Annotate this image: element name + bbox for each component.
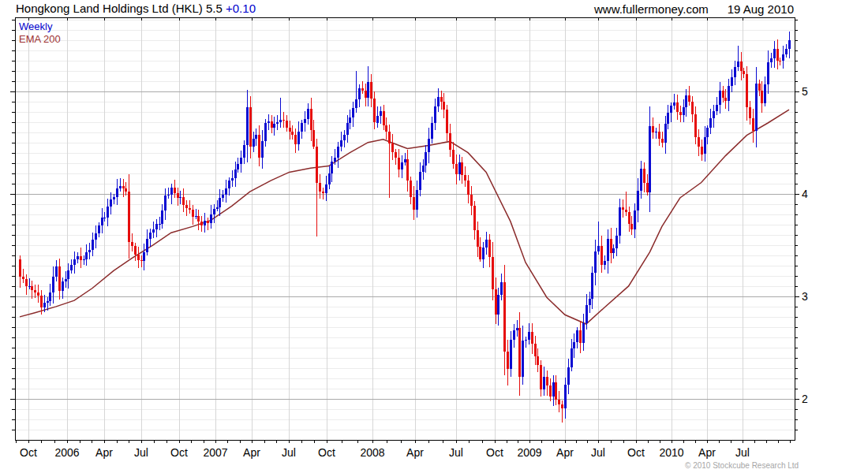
- plot-border: [16, 18, 795, 441]
- candle-up: [195, 216, 197, 217]
- x-axis-label: Jul: [449, 446, 463, 459]
- candle-up: [210, 214, 212, 223]
- candle-up: [55, 266, 58, 277]
- candle-up: [576, 330, 578, 343]
- candle-up: [664, 124, 667, 143]
- candle-down: [628, 212, 630, 225]
- candle-down: [558, 400, 560, 404]
- candle-up: [352, 108, 354, 117]
- candle-up: [216, 207, 219, 209]
- candle-up: [528, 332, 530, 340]
- candle-up: [513, 330, 515, 340]
- candle-down: [722, 91, 724, 98]
- candle-up: [225, 188, 227, 195]
- candle-up: [770, 58, 773, 62]
- candle-up: [179, 197, 181, 198]
- candle-down: [540, 365, 542, 389]
- candle-up: [567, 367, 570, 385]
- candle-up: [231, 178, 234, 181]
- candle-down: [449, 133, 451, 150]
- candle-down: [291, 132, 294, 135]
- candle-up: [582, 323, 585, 343]
- candle-up: [255, 135, 257, 138]
- candle-up: [234, 169, 237, 179]
- candle-down: [185, 205, 188, 208]
- candle-down: [461, 162, 463, 175]
- x-axis-label: 2009: [517, 446, 541, 459]
- candle-up: [401, 162, 403, 169]
- candle-down: [413, 197, 415, 210]
- candle-up: [243, 145, 245, 158]
- candle-up: [164, 196, 166, 210]
- gridlines-horizontal-minor: [15, 20, 795, 430]
- x-axis-label: Apr: [698, 446, 716, 459]
- candle-down: [537, 356, 539, 365]
- candle-up: [170, 188, 173, 195]
- candle-up: [219, 198, 221, 207]
- candle-down: [479, 247, 481, 259]
- candle-up: [767, 62, 769, 84]
- candle-up: [240, 158, 242, 164]
- candle-up: [573, 342, 575, 348]
- candle-down: [370, 82, 372, 99]
- candle-down: [388, 132, 391, 144]
- candle-up: [685, 95, 687, 107]
- candle-up: [95, 233, 97, 240]
- candle-down: [322, 192, 324, 193]
- candle-up: [788, 40, 791, 49]
- candle-up: [161, 210, 163, 223]
- candle-down: [694, 114, 697, 137]
- candle-up: [279, 120, 282, 122]
- candle-up: [77, 256, 79, 260]
- x-axis-label: 2006: [54, 446, 79, 459]
- candle-down: [189, 208, 191, 210]
- candle-down: [776, 49, 779, 61]
- candles: [19, 32, 791, 423]
- candle-up: [297, 132, 300, 144]
- candle-down: [658, 132, 660, 139]
- x-axis-label: Jul: [282, 446, 296, 459]
- x-axis-label: Jul: [134, 446, 148, 459]
- candle-down: [192, 210, 194, 217]
- candle-down: [286, 121, 288, 128]
- candle-up: [167, 195, 170, 196]
- candle-up: [419, 172, 421, 190]
- candle-down: [495, 289, 497, 315]
- candle-down: [579, 330, 582, 343]
- candle-down: [122, 186, 125, 188]
- candle-up: [228, 181, 230, 188]
- candle-up: [159, 224, 161, 225]
- candle-down: [622, 207, 624, 210]
- candle-up: [367, 82, 369, 98]
- candle-up: [380, 111, 382, 115]
- candle-down: [507, 352, 509, 369]
- candle-down: [25, 279, 28, 287]
- candle-down: [316, 147, 318, 183]
- candle-down: [406, 159, 409, 181]
- gridlines-vertical: [29, 17, 743, 440]
- candle-down: [740, 61, 743, 71]
- candle-down: [294, 135, 297, 144]
- candle-up: [637, 191, 639, 210]
- candle-up: [604, 261, 606, 264]
- x-axis-label: Jul: [735, 446, 750, 459]
- y-axis-label: 3: [802, 290, 808, 303]
- candle-up: [246, 107, 249, 146]
- candle-up: [416, 190, 418, 210]
- candle-up: [325, 184, 327, 193]
- y-axis-label: 2: [802, 393, 808, 405]
- x-axis-label: Apr: [406, 446, 424, 459]
- axis-labels: 5432Oct2006AprJulOct2007AprJulOct2008Apr…: [20, 85, 808, 459]
- candle-down: [546, 377, 548, 385]
- candle-up: [640, 169, 642, 191]
- candle-up: [49, 292, 51, 301]
- candle-up: [594, 251, 597, 273]
- candle-up: [65, 279, 67, 281]
- candle-up: [88, 250, 91, 252]
- candle-down: [752, 118, 754, 131]
- candle-down: [749, 107, 751, 118]
- candle-up: [525, 340, 527, 341]
- candle-up: [276, 122, 279, 124]
- candle-down: [19, 259, 21, 277]
- candle-up: [716, 105, 718, 112]
